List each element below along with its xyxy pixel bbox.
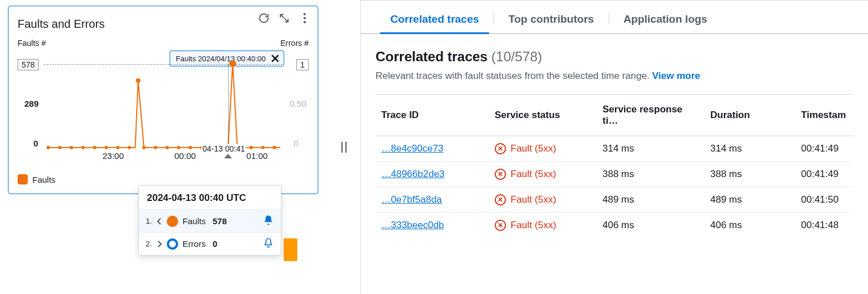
svg-point-3 [47,146,50,149]
table-row: …48966b2de3 ✕Fault (5xx) 388 ms 388 ms 0… [376,161,853,187]
trace-id-link[interactable]: …333beec0db [381,220,444,230]
tab-application-logs[interactable]: Application logs [609,3,722,33]
chart-time-marker-handle[interactable] [224,152,232,160]
tab-correlated-traces[interactable]: Correlated traces [376,3,494,33]
svg-point-13 [154,146,157,149]
column-service-response-time[interactable]: Service response ti… [597,95,705,136]
status-badge: ✕Fault (5xx) [495,143,591,154]
fault-icon: ✕ [495,194,506,205]
faults-errors-chart-card: Faults and Errors Faults # Errors # Faul… [8,6,318,194]
cell-response-time: 406 ms [597,213,705,238]
column-service-status[interactable]: Service status [489,100,597,130]
fault-icon: ✕ [495,143,506,154]
left-axis-label: Faults # [18,39,46,48]
chevron-right-icon[interactable] [157,241,162,247]
cell-duration: 489 ms [705,187,795,212]
table-header-row: Trace ID Service status Service response… [376,94,853,136]
chart-tooltip-row-faults[interactable]: 1. Faults 578 [139,209,281,232]
svg-point-20 [229,60,236,67]
svg-point-24 [273,146,276,149]
more-menu-icon[interactable] [298,12,311,24]
table-row: …333beec0db ✕Fault (5xx) 406 ms 406 ms 0… [376,212,853,238]
series-color-dot [167,216,178,227]
section-subtitle: Relevant traces with fault statuses from… [376,70,853,82]
trace-id-link[interactable]: …48966b2de3 [381,169,445,179]
column-timestamp[interactable]: Timestam [795,100,853,130]
tooltip-row-label: Errors [183,239,206,249]
section-header: Correlated traces (10/578) [376,49,853,65]
cell-timestamp: 00:41:49 [795,136,853,161]
chart-tooltip-header: 2024-04-13 00:40 UTC [139,186,281,209]
trace-id-link[interactable]: …0e7bf5a8da [381,194,442,205]
view-more-link[interactable]: View more [652,70,701,81]
x-tick: 23:00 [103,151,124,161]
fault-icon: ✕ [495,220,506,231]
table-row: …0e7bf5a8da ✕Fault (5xx) 489 ms 489 ms 0… [376,187,853,212]
svg-point-12 [142,146,146,149]
series-color-ring [167,238,178,250]
svg-point-14 [166,146,169,149]
chart-time-marker[interactable] [228,64,229,153]
y-right-mid: 0.50 [290,99,306,108]
section-subtitle-text: Relevant traces with fault statuses from… [376,70,652,81]
traces-table: Trace ID Service status Service response… [376,94,853,238]
right-axis-label: Errors # [280,39,309,48]
legend-label-faults: Faults [32,175,56,184]
cell-timestamp: 00:41:50 [795,187,853,212]
svg-point-11 [136,78,140,83]
svg-point-0 [304,13,306,15]
tabs: Correlated traces Top contributors Appli… [361,3,868,34]
chevron-left-icon[interactable] [157,218,162,225]
svg-point-23 [261,146,264,149]
y-left-zero: 0 [33,138,38,148]
tooltip-row-label: Faults [183,216,206,226]
cell-timestamp: 00:41:49 [795,162,853,187]
y-right-zero: 0 [294,138,298,148]
cell-duration: 388 ms [705,162,795,187]
svg-point-6 [81,146,85,149]
svg-point-15 [177,146,180,149]
bell-outline-icon[interactable] [263,237,274,250]
table-body: …8e4c90ce73 ✕Fault (5xx) 314 ms 314 ms 0… [376,136,853,238]
svg-point-9 [116,146,120,149]
svg-point-8 [104,146,108,149]
svg-point-1 [304,17,306,19]
chart-legend: Faults [18,174,309,184]
status-text: Fault (5xx) [511,169,556,180]
svg-point-2 [304,21,306,23]
tab-top-contributors[interactable]: Top contributors [494,3,609,33]
tooltip-row-value: 578 [213,216,258,226]
status-text: Fault (5xx) [511,220,556,231]
bell-icon[interactable] [263,215,274,228]
y-right-max: 1 [296,59,309,70]
chart-marker-label: 04-13 00:41 [201,144,246,153]
cell-duration: 314 ms [705,136,795,161]
svg-point-7 [93,146,96,149]
svg-point-4 [58,146,61,149]
refresh-icon[interactable] [258,12,270,24]
svg-marker-25 [224,154,232,158]
tooltip-row-index: 1. [146,217,152,225]
status-badge: ✕Fault (5xx) [495,220,591,231]
chart-tooltip-row-errors[interactable]: 2. Errors 0 [139,232,281,255]
section-count: (10/578) [491,49,542,64]
expand-icon[interactable] [278,12,290,24]
column-duration[interactable]: Duration [705,100,795,130]
status-badge: ✕Fault (5xx) [495,169,591,180]
svg-point-10 [128,146,131,149]
section-title: Correlated traces [376,49,487,64]
x-tick: 00:00 [175,151,196,161]
cell-duration: 406 ms [705,213,795,238]
panel-resize-handle[interactable]: ┃┃ [339,142,347,153]
cell-response-time: 314 ms [597,136,705,161]
x-tick: 01:00 [246,151,268,161]
chart-tooltip: 2024-04-13 00:40 UTC 1. Faults 578 2. [138,185,281,255]
svg-point-22 [250,146,253,149]
table-row: …8e4c90ce73 ✕Fault (5xx) 314 ms 314 ms 0… [376,136,853,161]
tooltip-row-value: 0 [213,239,258,249]
fault-icon: ✕ [495,169,506,180]
column-trace-id[interactable]: Trace ID [376,100,489,130]
trace-id-link[interactable]: …8e4c90ce73 [381,143,444,154]
cell-response-time: 489 ms [597,187,705,212]
chart-plot-area[interactable]: 578 289 0 1 0.50 0 [18,59,309,164]
